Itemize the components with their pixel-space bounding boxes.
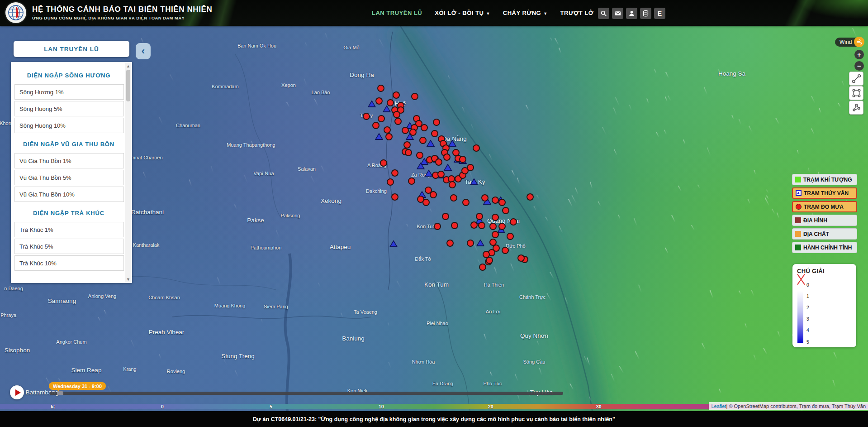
- map-label: Ea Drăng: [432, 381, 453, 386]
- draw-rectangle-button[interactable]: [849, 86, 863, 100]
- rain-station-marker[interactable]: [394, 118, 402, 125]
- rain-station-marker[interactable]: [363, 113, 370, 120]
- rain-station-marker[interactable]: [498, 199, 506, 206]
- rain-station-marker[interactable]: [449, 181, 456, 188]
- sidebar-item-tr-kh-c-5-[interactable]: Trà Khúc 5%: [14, 239, 124, 254]
- square-swatch-icon: [795, 245, 801, 250]
- rain-station-marker[interactable]: [446, 240, 454, 247]
- e-icon[interactable]: E: [654, 8, 665, 19]
- rain-station-marker[interactable]: [405, 149, 412, 156]
- rain-station-marker[interactable]: [409, 129, 417, 136]
- rain-station-marker[interactable]: [517, 254, 525, 262]
- measure-line-button[interactable]: [849, 72, 863, 86]
- nav-item-lan-truy-n-l-[interactable]: LAN TRUYỀN LŨ: [372, 10, 422, 16]
- sidebar-item-s-ng-huong-10-[interactable]: Sông Huong 10%: [14, 118, 124, 133]
- rain-station-marker[interactable]: [387, 178, 394, 186]
- search-icon[interactable]: [598, 8, 609, 19]
- rain-station-marker[interactable]: [430, 191, 437, 198]
- rain-station-marker[interactable]: [422, 199, 430, 206]
- nav-item-ch-y-r-ng[interactable]: CHÁY RỪNG▼: [503, 10, 548, 16]
- database-icon[interactable]: [640, 8, 651, 19]
- layer-button-tr-m-kh-t-ng[interactable]: TRẠM KHÍ TƯỢNG: [792, 174, 857, 185]
- rain-station-marker[interactable]: [402, 127, 409, 134]
- rain-station-marker[interactable]: [416, 152, 423, 159]
- rain-station-marker[interactable]: [385, 133, 393, 140]
- rain-station-marker[interactable]: [391, 193, 398, 201]
- rain-station-marker[interactable]: [384, 126, 391, 134]
- layer-button--a-h-nh[interactable]: ĐỊA HÌNH: [792, 215, 857, 226]
- rain-station-marker[interactable]: [470, 221, 478, 229]
- sidebar-collapse-button[interactable]: ‹: [136, 43, 151, 59]
- zoom-out-button[interactable]: −: [854, 61, 864, 71]
- sidebar-item-v-gia-thu-b-n-1-[interactable]: Vũ Gia Thu Bồn 1%: [14, 153, 124, 168]
- rain-station-marker[interactable]: [380, 159, 387, 167]
- rain-station-marker[interactable]: [378, 115, 385, 122]
- rain-station-marker[interactable]: [434, 223, 441, 230]
- rain-station-marker[interactable]: [387, 99, 394, 106]
- play-button[interactable]: [10, 385, 24, 399]
- sidebar-item-tr-kh-c-10-[interactable]: Trà Khúc 10%: [14, 255, 124, 271]
- rain-station-marker[interactable]: [435, 158, 442, 166]
- rain-station-marker[interactable]: [476, 213, 483, 220]
- wind-icon[interactable]: [854, 37, 864, 47]
- rain-station-marker[interactable]: [391, 169, 398, 177]
- rain-station-marker[interactable]: [372, 122, 379, 129]
- rain-station-marker[interactable]: [502, 247, 509, 254]
- rain-station-marker[interactable]: [489, 223, 497, 230]
- rain-station-marker[interactable]: [431, 130, 438, 137]
- rain-station-marker[interactable]: [467, 164, 474, 171]
- sidebar-item-s-ng-huong-5-[interactable]: Sông Huong 5%: [14, 101, 124, 116]
- sidebar-item-tr-kh-c-1-[interactable]: Trà Khúc 1%: [14, 222, 124, 237]
- layer-button--a-ch-t[interactable]: ĐỊA CHẤT: [792, 228, 857, 240]
- rain-station-marker[interactable]: [492, 197, 499, 204]
- layer-button-h-nh-ch-nh-t-nh[interactable]: HÀNH CHÍNH TỈNH: [792, 242, 857, 253]
- time-slider[interactable]: [50, 392, 563, 395]
- rain-station-marker[interactable]: [442, 213, 449, 220]
- rain-station-marker[interactable]: [498, 223, 506, 230]
- rain-station-marker[interactable]: [462, 199, 470, 206]
- layer-button-tr-m-o-m-a[interactable]: TRẠM ĐO MƯA: [792, 201, 857, 212]
- rain-station-marker[interactable]: [481, 194, 489, 202]
- leaflet-link[interactable]: Leaflet: [711, 403, 726, 409]
- rain-station-marker[interactable]: [433, 119, 440, 126]
- nav-item-tr-t-l-[interactable]: TRƯỢT LỞ: [560, 10, 594, 16]
- rain-station-marker[interactable]: [492, 214, 499, 221]
- rain-station-marker[interactable]: [408, 178, 415, 185]
- mail-icon[interactable]: [612, 8, 623, 19]
- rain-station-marker[interactable]: [467, 240, 474, 247]
- rain-station-marker[interactable]: [479, 264, 486, 271]
- rain-station-marker[interactable]: [375, 97, 383, 105]
- zoom-in-button[interactable]: +: [854, 50, 864, 59]
- sidebar-item-v-gia-thu-b-n-10-[interactable]: Vũ Gia Thu Bồn 10%: [14, 187, 124, 202]
- sidebar-scrollbar[interactable]: ▲ ▼: [125, 63, 131, 282]
- rain-station-marker[interactable]: [486, 257, 493, 264]
- rain-station-marker[interactable]: [526, 193, 534, 201]
- rain-station-marker[interactable]: [451, 222, 458, 229]
- rain-station-marker[interactable]: [492, 231, 499, 238]
- scroll-up-icon[interactable]: ▲: [125, 63, 131, 69]
- scrollbar-thumb[interactable]: [126, 70, 130, 101]
- sidebar-item-s-ng-h-ng-1-[interactable]: Sông Hương 1%: [14, 84, 124, 100]
- rain-station-marker[interactable]: [377, 85, 384, 92]
- rain-station-marker[interactable]: [473, 144, 480, 152]
- rain-station-marker[interactable]: [411, 93, 418, 100]
- rain-station-marker[interactable]: [421, 124, 428, 131]
- rain-station-marker[interactable]: [393, 91, 400, 99]
- rain-station-marker[interactable]: [459, 156, 466, 163]
- draw-polygon-button[interactable]: [849, 101, 863, 115]
- layer-button-tr-m-th-y-v-n[interactable]: TRẠM THỦY VĂN: [792, 187, 857, 199]
- user-icon[interactable]: [626, 8, 637, 19]
- rain-station-marker[interactable]: [393, 111, 400, 118]
- rain-station-marker[interactable]: [478, 222, 485, 229]
- border-line: [386, 32, 393, 290]
- rain-station-marker[interactable]: [510, 218, 517, 225]
- sidebar-item-v-gia-thu-b-n-5-[interactable]: Vũ Gia Thu Bồn 5%: [14, 170, 124, 185]
- nav-item-x-i-l-b-i-t-[interactable]: XÓI LỞ - BỒI TỤ▼: [435, 10, 490, 16]
- scroll-down-icon[interactable]: ▼: [125, 276, 131, 282]
- rain-station-marker[interactable]: [403, 141, 411, 149]
- rain-station-marker[interactable]: [419, 137, 427, 144]
- rain-station-marker[interactable]: [450, 194, 457, 202]
- rain-station-marker[interactable]: [502, 207, 509, 214]
- rain-station-marker[interactable]: [507, 233, 514, 240]
- rain-station-marker[interactable]: [443, 154, 451, 161]
